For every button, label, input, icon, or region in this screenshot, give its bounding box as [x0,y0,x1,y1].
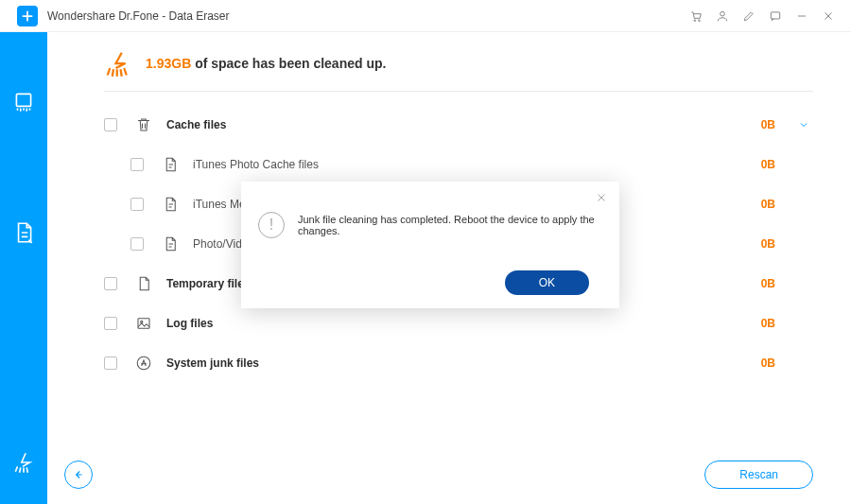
sidebar [0,32,47,504]
size-value: 0B [738,277,775,290]
summary-text: 1.93GB of space has been cleaned up. [146,56,386,71]
checkbox[interactable] [104,277,117,290]
file-icon [161,195,180,214]
back-button[interactable] [64,461,93,489]
category-cache-files[interactable]: Cache files 0B [104,105,813,145]
image-icon [134,314,153,333]
checkbox[interactable] [130,237,144,251]
edit-icon[interactable] [736,3,762,29]
info-icon: ! [258,212,285,238]
size-value: 0B [738,118,775,131]
size-value: 0B [738,237,775,251]
dialog-message: Junk file cleaning has completed. Reboot… [298,214,602,236]
dialog-close-button[interactable] [595,191,608,208]
broom-icon [104,49,132,78]
svg-point-7 [137,356,150,370]
sidebar-document-icon[interactable] [10,219,37,246]
svg-rect-4 [16,94,30,106]
rescan-button[interactable]: Rescan [704,461,813,489]
cleaned-amount: 1.93GB [146,56,191,71]
summary-row: 1.93GB of space has been cleaned up. [104,49,813,92]
item-itunes-photo-cache[interactable]: iTunes Photo Cache files 0B [104,145,813,184]
svg-rect-5 [138,319,149,329]
svg-point-2 [721,11,725,16]
svg-point-1 [699,19,701,21]
cleaned-suffix: of space has been cleaned up. [191,56,386,71]
svg-rect-3 [771,11,779,18]
account-icon[interactable] [709,3,736,29]
page-icon [134,274,153,293]
close-button[interactable] [815,3,842,29]
checkbox[interactable] [130,198,144,211]
category-label: System junk files [166,356,738,370]
checkbox[interactable] [104,317,117,330]
sidebar-clean-icon[interactable] [10,449,37,476]
chevron-down-icon[interactable] [794,119,813,130]
category-system-junk[interactable]: System junk files 0B [104,343,813,383]
window-title: Wondershare Dr.Fone - Data Eraser [47,9,683,23]
size-value: 0B [738,317,775,330]
file-icon [161,155,180,174]
file-icon [161,235,180,253]
completion-dialog: ! Junk file cleaning has completed. Rebo… [241,182,619,308]
app-logo [17,6,38,26]
checkbox[interactable] [130,158,144,171]
trash-icon [134,115,153,134]
dialog-ok-button[interactable]: OK [505,270,589,295]
appstore-icon [134,354,153,373]
category-label: Cache files [166,118,738,131]
checkbox[interactable] [104,118,117,131]
minimize-button[interactable] [789,3,815,29]
category-label: Log files [166,317,738,330]
size-value: 0B [738,198,775,211]
title-bar: Wondershare Dr.Fone - Data Eraser [0,0,851,32]
cart-icon[interactable] [683,3,709,29]
svg-point-0 [694,19,696,21]
footer: Rescan [64,461,813,489]
size-value: 0B [738,356,775,370]
item-label: iTunes Photo Cache files [193,158,738,171]
feedback-icon[interactable] [762,3,789,29]
sidebar-erase-icon[interactable] [10,89,37,115]
checkbox[interactable] [104,356,117,370]
size-value: 0B [738,158,775,171]
category-log-files[interactable]: Log files 0B [104,304,813,343]
